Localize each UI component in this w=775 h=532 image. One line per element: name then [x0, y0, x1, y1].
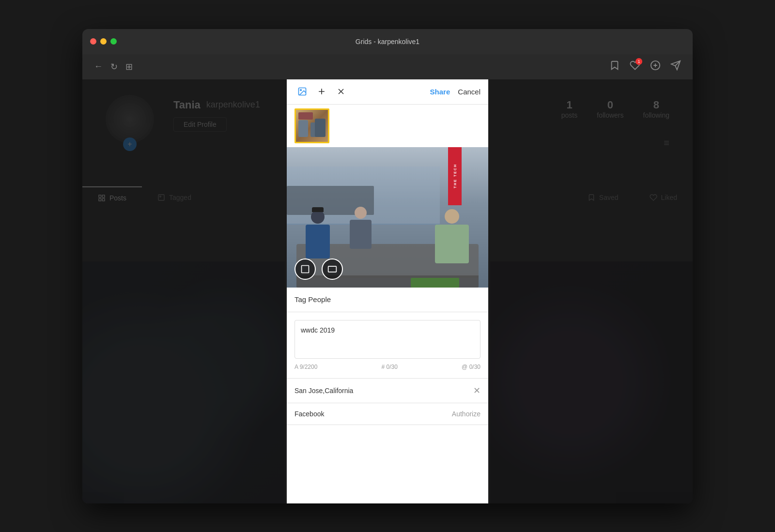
person-2	[355, 207, 372, 249]
bookmark-icon[interactable]	[609, 60, 620, 73]
person-1	[311, 210, 330, 258]
thumbnail-strip	[287, 105, 488, 147]
thumbnail-image	[296, 110, 328, 142]
location-clear-button[interactable]: ✕	[473, 385, 480, 396]
back-button[interactable]: ←	[94, 61, 103, 72]
selected-photo-thumbnail[interactable]	[294, 108, 329, 143]
top-nav: ← ↻ ⊞ 1	[82, 54, 693, 79]
close-modal-button[interactable]	[333, 84, 349, 99]
add-photo-button[interactable]	[314, 84, 329, 99]
window-title: Grids - karpenkolive1	[356, 38, 419, 46]
location-text: San Jose,California	[294, 387, 473, 395]
nav-right-icons: 1	[609, 60, 681, 73]
square-format-button[interactable]	[294, 258, 316, 280]
tag-people-label: Tag People	[294, 295, 331, 304]
modal-topbar-actions: Share Cancel	[430, 88, 480, 96]
svg-rect-17	[302, 265, 309, 273]
facebook-label: Facebook	[294, 410, 452, 418]
close-button[interactable]	[90, 38, 96, 45]
svg-rect-18	[328, 266, 337, 272]
modal-overlay: Share Cancel	[82, 79, 693, 503]
svg-point-12	[300, 90, 302, 91]
caption-counters: A 9/2200 # 0/30 @ 0/30	[294, 364, 480, 370]
caption-area: wwdc 2019 A 9/2200 # 0/30 @ 0/30	[287, 312, 488, 379]
landscape-format-button[interactable]	[322, 258, 343, 280]
grid-view-button[interactable]: ⊞	[125, 61, 133, 72]
app-body: ← ↻ ⊞ 1	[82, 54, 693, 503]
facebook-row: Facebook Authorize	[287, 403, 488, 425]
traffic-lights	[90, 38, 117, 45]
char-counter: A 9/2200	[294, 364, 317, 370]
location-row: San Jose,California ✕	[287, 379, 488, 403]
caption-input[interactable]: wwdc 2019	[294, 320, 480, 359]
share-button[interactable]: Share	[430, 88, 450, 96]
modal-topbar: Share Cancel	[287, 79, 488, 105]
title-bar: Grids - karpenkolive1	[82, 29, 693, 54]
grass-patch	[411, 278, 459, 288]
send-icon[interactable]	[670, 60, 681, 73]
mention-counter: @ 0/30	[462, 364, 480, 370]
profile-background: + Tania karpenkolive1 Edit Profile 1 pos…	[82, 79, 693, 503]
notifications-icon[interactable]: 1	[630, 60, 640, 73]
facebook-authorize-button[interactable]: Authorize	[452, 410, 480, 418]
photo-format-buttons	[294, 258, 343, 280]
hashtag-counter: # 0/30	[382, 364, 398, 370]
post-create-modal: Share Cancel	[287, 79, 488, 503]
tech-banner: THE TECH	[448, 147, 462, 205]
fullscreen-button[interactable]	[110, 38, 117, 45]
cancel-button[interactable]: Cancel	[458, 88, 480, 96]
person-3	[445, 209, 469, 263]
photo-preview: THE TECH	[287, 147, 488, 288]
refresh-button[interactable]: ↻	[110, 61, 118, 72]
add-icon[interactable]	[650, 60, 661, 73]
minimize-button[interactable]	[100, 38, 107, 45]
tag-people-section[interactable]: Tag People	[287, 288, 488, 312]
photo-library-button[interactable]	[294, 84, 310, 99]
